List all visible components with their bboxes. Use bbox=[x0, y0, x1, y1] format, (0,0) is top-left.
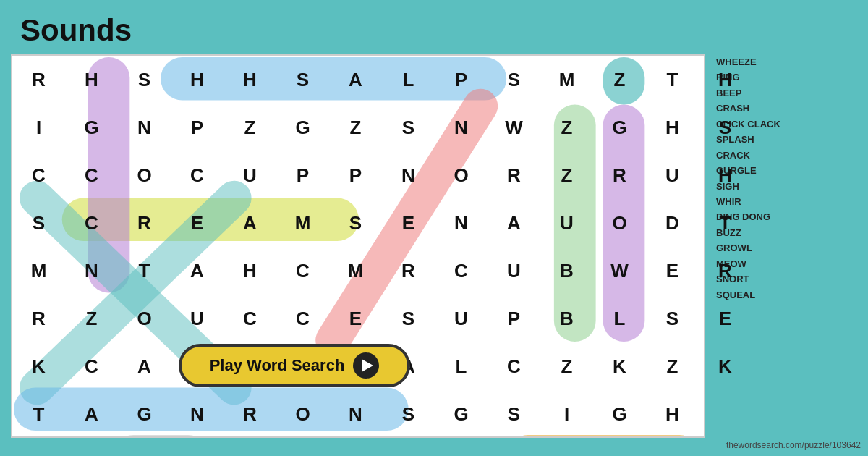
cell-2-1: C bbox=[65, 151, 118, 199]
cell-4-2: T bbox=[118, 247, 171, 295]
cell-3-3: E bbox=[171, 199, 224, 247]
cell-4-4: H bbox=[224, 247, 276, 295]
cell-2-6: P bbox=[329, 151, 382, 199]
cell-3-12: D bbox=[646, 199, 699, 247]
cell-6-8: L bbox=[435, 342, 488, 390]
cell-4-0: M bbox=[12, 247, 65, 295]
cell-3-4: A bbox=[224, 199, 276, 247]
cell-3-13: T bbox=[699, 199, 752, 247]
cell-1-11: G bbox=[593, 104, 646, 151]
cell-2-13: H bbox=[699, 151, 752, 199]
cell-7-8: G bbox=[435, 390, 488, 438]
cell-4-12: E bbox=[646, 247, 699, 295]
cell-0-9: S bbox=[488, 56, 540, 104]
cell-0-10: M bbox=[540, 56, 593, 104]
play-button[interactable]: Play Word Search bbox=[179, 344, 410, 387]
cell-1-13: S bbox=[699, 104, 752, 151]
cell-3-10: U bbox=[540, 199, 593, 247]
cell-5-13: E bbox=[699, 295, 752, 342]
cell-7-4: R bbox=[224, 390, 276, 438]
cell-2-2: O bbox=[118, 151, 171, 199]
cell-0-4: H bbox=[224, 56, 276, 104]
cell-7-9: S bbox=[488, 390, 540, 438]
cell-7-5: O bbox=[276, 390, 329, 438]
cell-2-11: R bbox=[593, 151, 646, 199]
cell-5-11: L bbox=[593, 295, 646, 342]
cell-7-3: N bbox=[171, 390, 224, 438]
cell-7-1: A bbox=[65, 390, 118, 438]
cell-0-6: A bbox=[329, 56, 382, 104]
cell-1-10: Z bbox=[540, 104, 593, 151]
cell-7-7: S bbox=[382, 390, 435, 438]
cell-1-3: P bbox=[171, 104, 224, 151]
cell-1-9: W bbox=[488, 104, 540, 151]
cell-5-1: Z bbox=[65, 295, 118, 342]
cell-1-4: Z bbox=[224, 104, 276, 151]
cell-3-5: M bbox=[276, 199, 329, 247]
cell-4-10: B bbox=[540, 247, 593, 295]
cell-0-5: S bbox=[276, 56, 329, 104]
cell-5-10: B bbox=[540, 295, 593, 342]
cell-0-1: H bbox=[65, 56, 118, 104]
cell-6-10: Z bbox=[540, 342, 593, 390]
cell-3-9: A bbox=[488, 199, 540, 247]
cell-2-7: N bbox=[382, 151, 435, 199]
cell-4-7: R bbox=[382, 247, 435, 295]
cell-3-1: C bbox=[65, 199, 118, 247]
cell-2-8: O bbox=[435, 151, 488, 199]
cell-5-5: C bbox=[276, 295, 329, 342]
cell-2-9: R bbox=[488, 151, 540, 199]
cell-1-5: G bbox=[276, 104, 329, 151]
cell-7-0: T bbox=[12, 390, 65, 438]
cell-7-2: G bbox=[118, 390, 171, 438]
watermark: thewordsearch.com/puzzle/103642 bbox=[726, 440, 861, 450]
cell-5-7: S bbox=[382, 295, 435, 342]
cell-7-11: G bbox=[593, 390, 646, 438]
cell-6-12: Z bbox=[646, 342, 699, 390]
cell-4-8: C bbox=[435, 247, 488, 295]
puzzle-container: RHSHHSALPSMZTHIGNPZGZSNWZGHSCCOCUPPNORZR… bbox=[11, 54, 705, 438]
cell-4-9: U bbox=[488, 247, 540, 295]
cell-3-8: N bbox=[435, 199, 488, 247]
cell-3-2: R bbox=[118, 199, 171, 247]
cell-1-8: N bbox=[435, 104, 488, 151]
cell-2-3: C bbox=[171, 151, 224, 199]
cell-4-1: N bbox=[65, 247, 118, 295]
cell-1-7: S bbox=[382, 104, 435, 151]
cell-1-2: N bbox=[118, 104, 171, 151]
cell-3-7: E bbox=[382, 199, 435, 247]
cell-0-8: P bbox=[435, 56, 488, 104]
cell-0-7: L bbox=[382, 56, 435, 104]
cell-7-13 bbox=[699, 390, 752, 438]
cell-1-1: G bbox=[65, 104, 118, 151]
cell-0-12: T bbox=[646, 56, 699, 104]
cell-0-0: R bbox=[12, 56, 65, 104]
cell-3-11: O bbox=[593, 199, 646, 247]
cell-2-0: C bbox=[12, 151, 65, 199]
cell-1-0: I bbox=[12, 104, 65, 151]
cell-7-12: H bbox=[646, 390, 699, 438]
cell-0-13: H bbox=[699, 56, 752, 104]
cell-5-3: U bbox=[171, 295, 224, 342]
cell-1-12: H bbox=[646, 104, 699, 151]
cell-6-11: K bbox=[593, 342, 646, 390]
cell-5-12: S bbox=[646, 295, 699, 342]
cell-5-4: C bbox=[224, 295, 276, 342]
cell-5-0: R bbox=[12, 295, 65, 342]
cell-4-13: R bbox=[699, 247, 752, 295]
cell-2-10: Z bbox=[540, 151, 593, 199]
cell-1-6: Z bbox=[329, 104, 382, 151]
cell-6-2: A bbox=[118, 342, 171, 390]
cell-4-6: M bbox=[329, 247, 382, 295]
cell-0-2: S bbox=[118, 56, 171, 104]
cell-6-0: K bbox=[12, 342, 65, 390]
cell-4-11: W bbox=[593, 247, 646, 295]
cell-4-5: C bbox=[276, 247, 329, 295]
play-icon bbox=[353, 352, 379, 379]
cell-5-8: U bbox=[435, 295, 488, 342]
cell-6-9: C bbox=[488, 342, 540, 390]
cell-2-4: U bbox=[224, 151, 276, 199]
cell-0-11: Z bbox=[593, 56, 646, 104]
cell-7-6: N bbox=[329, 390, 382, 438]
cell-6-1: C bbox=[65, 342, 118, 390]
